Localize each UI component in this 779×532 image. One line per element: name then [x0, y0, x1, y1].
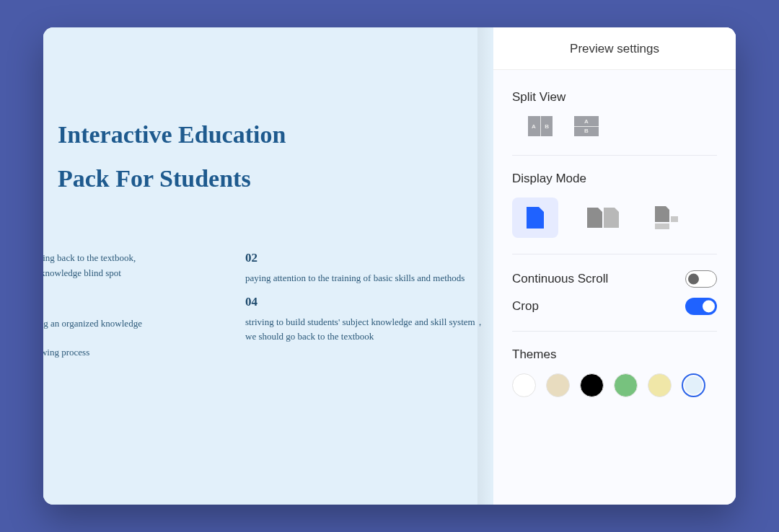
item-number: 02: [245, 251, 493, 265]
item-desc: striving to build students' subject know…: [245, 315, 493, 344]
theme-green[interactable]: [614, 373, 638, 397]
panel-body: Split View AB AB Display Mode: [493, 70, 736, 505]
display-mode-options: [512, 198, 717, 238]
document-preview: Interactive Education Pack For Students …: [43, 27, 493, 505]
theme-white[interactable]: [512, 373, 536, 397]
content-item-02: 02 paying attention to the training of b…: [245, 251, 493, 285]
crop-toggle[interactable]: [685, 298, 717, 315]
theme-black[interactable]: [580, 373, 604, 397]
theme-swatches: [512, 373, 717, 397]
content-item-03: ructing an organized knowledge m. review…: [43, 316, 216, 360]
display-single-page-icon[interactable]: [512, 198, 558, 238]
panel-title: Preview settings: [493, 27, 736, 70]
split-view-label: Split View: [512, 90, 717, 105]
divider: [512, 155, 717, 156]
title-line-2: Pack For Students: [58, 165, 251, 192]
item-number: 04: [245, 295, 493, 309]
theme-blue[interactable]: [682, 373, 705, 397]
theme-sepia[interactable]: [546, 373, 570, 397]
display-mode-label: Display Mode: [512, 172, 717, 186]
settings-panel: Preview settings Split View AB AB Displa…: [493, 27, 736, 505]
themes-label: Themes: [512, 347, 717, 362]
app-card: Interactive Education Pack For Students …: [43, 27, 736, 505]
content-grid: on going back to the textbook, g no know…: [43, 251, 493, 360]
document-title: Interactive Education Pack For Students: [58, 112, 493, 200]
continuous-scroll-label: Continuous Scroll: [512, 272, 608, 286]
continuous-scroll-toggle[interactable]: [685, 270, 717, 288]
content-item-04: 04 striving to build students' subject k…: [245, 295, 493, 360]
display-two-page-icon[interactable]: [580, 198, 626, 238]
crop-row: Crop: [512, 298, 717, 315]
content-item-01: on going back to the textbook, g no know…: [43, 251, 216, 285]
svg-rect-0: [671, 216, 678, 222]
split-horizontal-icon[interactable]: AB: [528, 116, 553, 136]
divider: [512, 254, 717, 254]
title-line-1: Interactive Education: [58, 121, 286, 148]
divider: [512, 331, 717, 332]
item-desc: paying attention to the training of basi…: [245, 271, 493, 285]
item-desc: ructing an organized knowledge m. review…: [43, 316, 216, 360]
continuous-scroll-row: Continuous Scroll: [512, 270, 717, 288]
item-desc: on going back to the textbook, g no know…: [43, 251, 216, 280]
split-view-options: AB AB: [512, 116, 717, 139]
svg-rect-1: [655, 223, 669, 229]
theme-yellow[interactable]: [648, 373, 672, 397]
display-cover-page-icon[interactable]: [648, 198, 694, 238]
split-vertical-icon[interactable]: AB: [574, 116, 599, 136]
crop-label: Crop: [512, 299, 539, 314]
